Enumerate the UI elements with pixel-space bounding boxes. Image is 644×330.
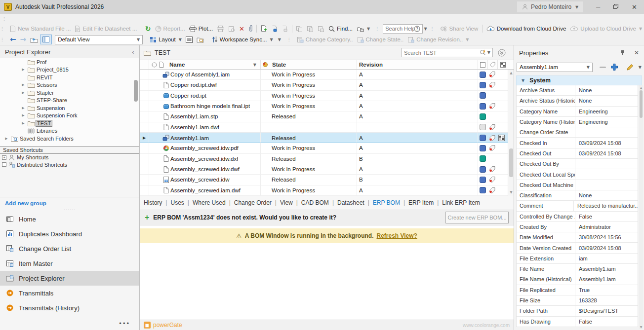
plot-button[interactable]: Plot... <box>187 24 215 34</box>
close-button[interactable]: ✕ <box>632 3 637 11</box>
job-queue-button[interactable]: ▼ <box>355 24 372 34</box>
column-header-revision[interactable]: Revision <box>357 60 478 69</box>
new-file-button[interactable] <box>259 24 269 34</box>
props-scroll-down-icon[interactable]: ▼ <box>639 325 643 329</box>
column-header-grid[interactable] <box>498 60 508 69</box>
property-row-date-version-created[interactable]: Date Version Created03/09/2024 15:08 <box>517 243 638 253</box>
tree-item-suspension-fork[interactable]: ▶Suspension Fork <box>0 112 139 120</box>
file-row-assembly-screwed-iam-dwf[interactable]: Assembly_screwed.iam.dwfWork in Progress… <box>140 185 514 196</box>
tab-change-order[interactable]: Change Order <box>234 199 272 206</box>
expand-arrow-icon[interactable]: ▶ <box>20 113 27 117</box>
close-panel-icon[interactable]: ✕ <box>634 49 639 56</box>
check-out-button[interactable] <box>280 24 290 34</box>
expand-arrow-icon[interactable]: ▶ <box>20 106 27 110</box>
sidebar-item-duplicates-dashboard[interactable]: Duplicates Dashboard <box>0 226 139 241</box>
refresh-button[interactable]: ↻ <box>143 24 153 34</box>
refresh-view-link[interactable]: Refresh View? <box>376 232 417 239</box>
report-button[interactable]: Report... <box>153 24 187 34</box>
property-row-checked-out[interactable]: Checked Out03/09/2024 15:08 <box>517 148 638 159</box>
tree-item-scissors[interactable]: ▶Scissors <box>0 81 139 89</box>
expand-all-icon[interactable] <box>498 49 506 57</box>
property-row-archive-status-historic[interactable]: Archive Status (Historic...None <box>517 96 638 106</box>
expand-arrow-icon[interactable]: ▶ <box>20 83 27 87</box>
scroll-up-icon[interactable]: ▲ <box>508 71 514 75</box>
check-in-button[interactable] <box>269 24 280 34</box>
edit-file-datasheet-button[interactable]: Edit File Datasheet ... <box>73 24 139 34</box>
restore-button[interactable] <box>613 3 619 11</box>
column-header-state[interactable]: State <box>261 60 357 69</box>
pin-panel-icon[interactable] <box>620 50 625 56</box>
tab-history[interactable]: History <box>144 199 162 206</box>
tree-item-revit[interactable]: REVIT <box>0 73 139 81</box>
tab-where-used[interactable]: Where Used <box>193 199 226 206</box>
delete-button[interactable]: ✕ <box>237 24 246 34</box>
expand-arrow-icon[interactable]: ▶ <box>3 137 10 141</box>
property-row-file-name[interactable]: File NameAssembly1.iam <box>517 264 638 274</box>
file-row-assembly1-iam-dwf[interactable]: Assembly1.iam.dwf <box>140 122 514 133</box>
tree-item-project-0815[interactable]: ▶Project_0815 <box>0 66 139 74</box>
file-list-scrollbar-thumb[interactable] <box>509 148 513 177</box>
workspace-sync-button[interactable]: Workspace Sync... ▼ ▼ <box>210 35 283 44</box>
tab-erp-item[interactable]: ERP Item <box>408 199 434 206</box>
tab-view[interactable]: View <box>280 199 293 206</box>
help-circle-icon[interactable]: ? <box>414 26 420 32</box>
change-revision-button[interactable]: Change Revision.. ▼ <box>405 35 471 44</box>
tab-uses[interactable]: Uses <box>170 199 184 206</box>
property-row-category-name-histor[interactable]: Category Name (Histor...Engineering <box>517 117 638 127</box>
property-row-date-modified[interactable]: Date Modified30/08/2024 15:56 <box>517 232 638 243</box>
tab-erp-bom[interactable]: ERP BOM <box>373 199 400 206</box>
change-state-button[interactable]: Change State.. <box>355 35 406 44</box>
property-row-category-name[interactable]: Category NameEngineering <box>517 107 638 117</box>
share-view-button[interactable]: Share View <box>438 24 481 34</box>
properties-scrollbar-thumb[interactable] <box>640 90 643 118</box>
add-new-group-link[interactable]: Add new group <box>5 200 46 206</box>
props-scroll-up-icon[interactable]: ▲ <box>639 86 643 89</box>
copy-design-button[interactable] <box>305 24 316 34</box>
collapse-panel-icon[interactable]: ‹ <box>132 48 134 56</box>
new-standard-file-button[interactable]: New Standard File ... <box>8 24 73 34</box>
search-lightning-icon[interactable] <box>480 49 486 56</box>
back-button[interactable]: ← <box>8 35 18 44</box>
forward-button[interactable]: → <box>18 35 29 44</box>
shortcut-item-distributed-shortcuts[interactable]: Distributed Shortcuts <box>0 161 139 169</box>
tab-datasheet[interactable]: Datasheet <box>337 199 364 206</box>
property-row-archive-status[interactable]: Archive StatusNone <box>517 85 638 96</box>
tree-item-prof[interactable]: Prof <box>0 58 139 66</box>
print-button[interactable] <box>215 24 226 34</box>
tree-item-saved-search-folders[interactable]: ▶Saved Search Folders <box>0 135 139 143</box>
scroll-down-icon[interactable]: ▼ <box>508 190 514 194</box>
shortcut-item-my-shortcuts[interactable]: +My Shortcuts <box>0 154 139 161</box>
properties-scrollbar[interactable]: ▲ ▼ <box>639 85 643 329</box>
nav-overflow-button[interactable]: ••• <box>119 320 130 327</box>
property-row-comment[interactable]: CommentReleased to manufactur... <box>517 201 638 211</box>
property-row-file-name-historical[interactable]: File Name (Historical)Assembly1.iam <box>517 274 638 285</box>
view-selector[interactable]: Default View ▼ <box>55 35 143 44</box>
paste-button[interactable] <box>316 24 326 34</box>
system-section-header[interactable]: ▼ System <box>516 75 642 85</box>
property-row-has-drawing[interactable]: Has DrawingFalse <box>517 317 638 327</box>
sidebar-item-change-order-list[interactable]: Change Order List <box>0 241 139 256</box>
find-replace-button[interactable] <box>195 35 206 44</box>
tree-item-test[interactable]: ▶TEST <box>0 119 139 127</box>
column-header-tag[interactable] <box>488 60 498 69</box>
property-row-checked-out-by[interactable]: Checked Out By <box>517 159 638 169</box>
upload-cloud-button[interactable]: Upload to Cloud Drive ▼ <box>568 24 644 34</box>
minimize-button[interactable]: ─ <box>596 3 600 11</box>
file-row-assembly-screwed-idw-dxf[interactable]: Assembly_screwed.idw.dxfReleasedB <box>140 154 514 164</box>
tree-scrollbar-thumb[interactable] <box>134 80 138 102</box>
expand-arrow-icon[interactable]: ▶ <box>20 91 27 95</box>
create-erp-bom-button[interactable]: Create new ERP BOM... <box>445 212 509 223</box>
file-row-assembly1-iam[interactable]: ▶Assembly1.iamReleasedA <box>140 133 514 143</box>
sidebar-item-transmittals-history[interactable]: Transmittals (History) <box>0 300 139 315</box>
property-row-created-by[interactable]: Created ByAdministrator <box>517 222 638 232</box>
file-row-copy-of-assembly1-iam[interactable]: Copy of Assembly1.iamWork in ProgressA <box>140 70 514 80</box>
tab-link-erp-item[interactable]: Link ERP Item <box>442 199 480 206</box>
layout-button[interactable]: Layout ▼ <box>148 35 184 44</box>
tab-cad-bom[interactable]: CAD BOM <box>301 199 329 206</box>
remove-property-icon[interactable] <box>600 66 606 69</box>
property-row-file-extension[interactable]: File Extensioniam <box>517 254 638 264</box>
tree-item-suspension[interactable]: ▶Suspension <box>0 104 139 112</box>
sidebar-item-project-explorer[interactable]: Project Explorer <box>0 271 139 286</box>
user-menu-button[interactable]: Pedro Monteiro ▼ <box>517 1 583 12</box>
property-row-change-order-state[interactable]: Change Order State <box>517 127 638 138</box>
